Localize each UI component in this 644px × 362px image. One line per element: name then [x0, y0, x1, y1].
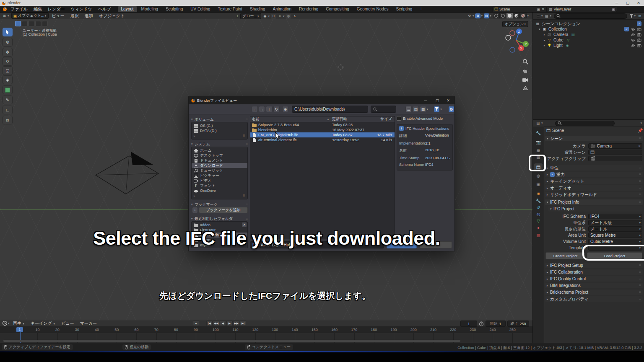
unit-system-select[interactable]: メートル法▾ — [588, 220, 642, 225]
create-project-button[interactable]: Create Project — [545, 252, 585, 259]
timeline-scrollbar[interactable] — [3, 340, 460, 342]
section-rigid-body[interactable]: ▸リジッドボディワールド≡ — [545, 192, 643, 197]
collection-row[interactable]: ▾ ▣Collection ✓ — [533, 26, 644, 32]
advanced-mode-row[interactable]: Enable Advanced Mode — [397, 116, 453, 121]
tab-material-icon[interactable]: ● — [534, 224, 543, 231]
shading-material-icon[interactable] — [506, 13, 513, 18]
tab-animation[interactable]: Animation — [270, 6, 295, 12]
hide-eye-icon[interactable] — [631, 39, 635, 42]
system-home[interactable]: ホーム — [192, 148, 247, 153]
clear-recent-icon[interactable]: ✕ — [242, 222, 247, 227]
tool-transform-icon[interactable]: ◈ — [3, 75, 13, 84]
outliner-item-light[interactable]: ▸ 💡Light ◉ — [533, 43, 644, 48]
section-ifc-collaboration[interactable]: ▸IFC Collaboration≡ — [545, 269, 643, 275]
options-dropdown[interactable]: オプション▾ — [502, 21, 528, 27]
section-audio[interactable]: ▸オーディオ≡ — [545, 185, 643, 191]
menu-marker[interactable]: マーカー — [77, 321, 100, 326]
tab-layout[interactable]: Layout — [118, 6, 137, 12]
collection-include-checkbox[interactable]: ✓ — [624, 27, 629, 31]
frame-start-field[interactable]: 開始1 — [486, 321, 506, 327]
menu-view[interactable]: ビュー — [49, 13, 67, 19]
menu-help[interactable]: ヘルプ — [95, 6, 114, 12]
tool-add-cube-icon[interactable] — [3, 85, 13, 94]
use-preview-range-icon[interactable] — [479, 321, 484, 326]
tab-rendering[interactable]: Rendering — [296, 6, 322, 12]
select-paint-icon[interactable] — [42, 21, 48, 26]
system-downloads[interactable]: ダウンロード — [192, 163, 247, 168]
tool-add-primitive-icon[interactable]: ⧈ — [3, 116, 13, 124]
section-keying-sets[interactable]: ▸キーイングセット≡ — [545, 178, 643, 184]
pan-hand-icon[interactable] — [522, 68, 528, 74]
section-units[interactable]: ▸単位≡ — [545, 165, 643, 171]
tab-world-icon[interactable]: ◍ — [534, 172, 543, 179]
render-camera-icon[interactable] — [637, 27, 641, 31]
dialog-titlebar[interactable]: Blenderファイルビュー ─ ▢ ✕ — [189, 97, 454, 104]
volume-os-c[interactable]: OS (C:) — [192, 123, 247, 128]
scene-collection-row[interactable]: ▦シーンコレクション ✓ — [533, 21, 644, 26]
forward-icon[interactable]: → — [259, 106, 265, 112]
auto-keying-icon[interactable]: ● — [193, 321, 199, 326]
menu-add[interactable]: 追加 — [82, 13, 96, 19]
show-gizmo-icon[interactable]: ⟲ — [467, 13, 472, 18]
new-viewlayer-icon[interactable]: ▣ — [611, 7, 615, 11]
system-videos[interactable]: ビデオ — [192, 178, 247, 183]
shading-lookdev-icon[interactable] — [513, 13, 520, 18]
area-unit-select[interactable]: Square Metre▾ — [588, 233, 642, 238]
collection-checkbox[interactable]: ✓ — [637, 21, 641, 26]
filter-icon[interactable] — [629, 14, 634, 18]
zoom-icon[interactable] — [522, 59, 528, 65]
jump-to-end-icon[interactable]: ▶| — [240, 321, 246, 326]
play-icon[interactable]: ▶ — [226, 321, 233, 326]
tab-shading[interactable]: Shading — [247, 6, 269, 12]
properties-type-icon[interactable]: ▤ — [535, 121, 541, 126]
show-overlays-icon[interactable]: ⧉ — [475, 13, 480, 18]
new-folder-icon[interactable]: ⊕ — [282, 106, 288, 112]
outliner-type-icon[interactable]: ☰ — [535, 13, 541, 18]
falloff-icon[interactable]: ∧ — [292, 14, 297, 19]
camera-field[interactable]: 🎥Camera✕ — [588, 143, 642, 149]
dialog-maximize-icon[interactable]: ▢ — [432, 98, 443, 103]
menu-render[interactable]: レンダー — [45, 6, 68, 12]
system-fonts[interactable]: Fフォント — [192, 183, 247, 188]
proportional-edit-icon[interactable]: ◎ — [286, 14, 291, 19]
section-ifc-project-info[interactable]: ▾IFC Project Info≡ — [545, 199, 643, 205]
path-input[interactable]: C:\Users\dubis\Downloads\ — [292, 106, 368, 113]
shading-solid-icon[interactable] — [500, 13, 506, 18]
snap-magnet-icon[interactable]: ∪ — [271, 14, 276, 19]
menu-edit[interactable]: 編集 — [31, 6, 45, 12]
tab-tool-icon[interactable]: 🔧 — [534, 129, 543, 137]
next-keyframe-icon[interactable]: ▶▶ — [233, 321, 239, 326]
current-frame-field[interactable]: 1 — [460, 321, 477, 327]
dialog-minimize-icon[interactable]: ─ — [420, 98, 431, 103]
close-icon[interactable]: ✕ — [633, 0, 644, 6]
unlink-scene-icon[interactable]: ✕ — [541, 7, 545, 11]
file-search-input[interactable] — [371, 106, 396, 113]
file-row-selected[interactable]: FM_ARC_DigitalHub.ifc Today 03:37 13.7 M… — [250, 132, 395, 137]
orientation-dropdown[interactable]: グロー...▾ — [240, 13, 261, 19]
snap-target-icon[interactable]: ⌗ — [277, 14, 283, 19]
menu-select[interactable]: 選択 — [68, 13, 82, 19]
select-tweak-icon[interactable] — [15, 21, 21, 26]
tool-cursor-icon[interactable]: ⊕ — [3, 38, 13, 47]
clear-icon[interactable]: ✕ — [638, 145, 641, 148]
camera-view-icon[interactable] — [522, 77, 528, 82]
section-gravity[interactable]: ▸✓重力≡ — [545, 172, 643, 177]
mode-dropdown[interactable]: ▣ オブジェクト... ▾ — [11, 13, 49, 19]
system-onedrive[interactable]: OneDrive — [192, 188, 247, 193]
properties-search-input[interactable] — [555, 121, 615, 126]
expand-icon[interactable]: ▾ — [539, 28, 542, 31]
settings-gear-icon[interactable]: ⚙ — [448, 106, 454, 112]
advanced-mode-checkbox[interactable] — [397, 116, 401, 121]
new-collection-icon[interactable]: ⊞ — [637, 13, 642, 18]
outliner-display-icon[interactable]: ▤ — [544, 13, 550, 18]
jump-to-start-icon[interactable]: |◀ — [206, 321, 213, 326]
tool-measure-icon[interactable]: ∟ — [3, 106, 13, 114]
display-thumbnails-icon[interactable]: ▦ — [420, 106, 426, 112]
timeline-ruler[interactable]: 1102030405060708090100110120130140150160… — [0, 327, 532, 333]
hide-eye-icon[interactable] — [631, 44, 635, 47]
tab-collection-icon[interactable]: ▣ — [534, 180, 543, 188]
background-scene-field[interactable]: 🗖 — [588, 150, 642, 155]
editor-type-icon[interactable]: ⊞ — [2, 13, 7, 18]
section-bim-integrations[interactable]: ▸BIM Integrations≡ — [545, 283, 643, 288]
scene-selector[interactable]: 🗖 Scene ▣ ✕ — [492, 6, 547, 12]
